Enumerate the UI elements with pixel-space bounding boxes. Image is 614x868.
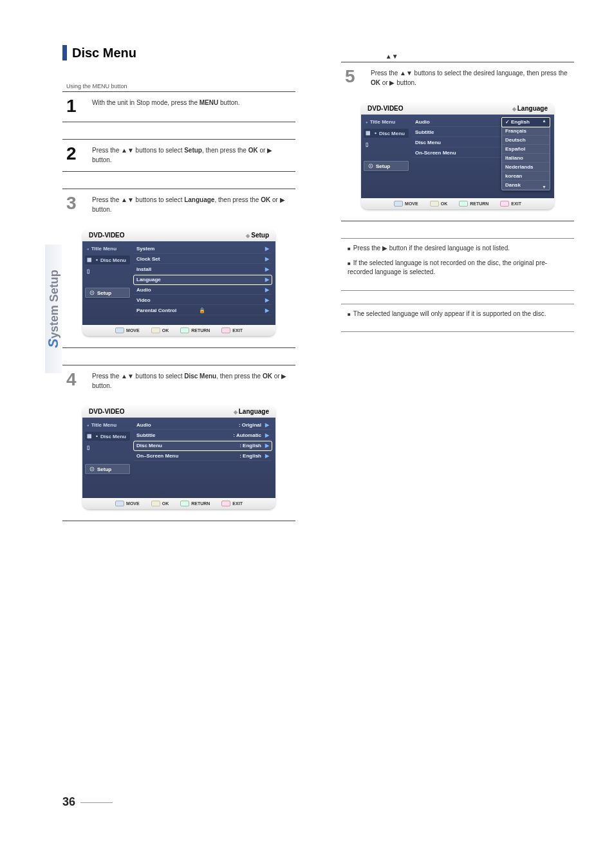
dropdown-option-korean[interactable]: korean xyxy=(502,172,550,181)
step-number: 5 xyxy=(345,68,363,86)
arrows-key-icon xyxy=(394,201,403,207)
step-1: 1 With the unit in Stop mode, press the … xyxy=(62,92,295,122)
step-number: 1 xyxy=(66,97,84,115)
chevron-right-icon: ▶ xyxy=(265,287,269,293)
dropdown-option-nederlands[interactable]: Nederlands xyxy=(502,163,550,172)
exit-key-icon xyxy=(221,328,230,333)
card-icon: ▯ xyxy=(87,268,93,275)
bullet-square-icon: ■ xyxy=(348,311,351,317)
svg-point-5 xyxy=(370,165,371,167)
osd-footer: MOVE OK RETURN EXIT xyxy=(82,325,275,336)
sidebar-item-disc-menu[interactable]: ▦∘Disc Menu xyxy=(85,255,130,264)
sidebar-item-blank[interactable]: ▯ xyxy=(85,443,130,452)
exit-key-icon xyxy=(221,501,230,506)
chevron-right-icon: ▶ xyxy=(265,453,269,459)
osd-title-right: Language xyxy=(234,408,269,415)
sidebar-item-disc-menu[interactable]: ▦∘Disc Menu xyxy=(85,432,130,441)
menu-row-clock-set[interactable]: Clock Set▶ xyxy=(134,255,272,264)
sidebar-setup-button[interactable]: Setup xyxy=(85,288,130,298)
step-text: Press the ▲▼ buttons to select Language,… xyxy=(92,196,292,214)
foot-key-ok: OK xyxy=(430,201,448,207)
sidebar-item-disc-menu[interactable]: ▦∘Disc Menu xyxy=(364,129,409,138)
osd-titlebar: DVD-VIDEO Setup xyxy=(82,228,275,241)
sidebar-setup-button[interactable]: Setup xyxy=(85,464,130,474)
foot-key-return: RETURN xyxy=(180,501,210,506)
menu-row-install[interactable]: Install▶ xyxy=(134,265,272,274)
foot-key-exit: EXIT xyxy=(221,328,243,333)
step1-hint-label: Using the MENU button xyxy=(66,83,295,89)
exit-key-icon xyxy=(500,201,509,207)
ok-key-icon xyxy=(151,501,160,506)
lock-icon: 🔒 xyxy=(199,308,205,313)
menu-row-parental[interactable]: Parental Control🔒▶ xyxy=(134,306,272,315)
chevron-right-icon: ▶ xyxy=(265,256,269,262)
sidebar-item-blank[interactable]: ▯ xyxy=(85,267,130,276)
return-key-icon xyxy=(459,201,468,207)
dropdown-option-espanol[interactable]: Español xyxy=(502,145,550,154)
osd-footer: MOVE OK RETURN EXIT xyxy=(361,198,554,209)
osd-footer: MOVE OK RETURN EXIT xyxy=(82,498,275,509)
menu-row-subtitle[interactable]: Subtitle: Automatic▶ xyxy=(134,431,272,440)
osd-sidebar: ●Title Menu ▦∘Disc Menu ▯ Setup xyxy=(361,115,411,198)
return-key-icon xyxy=(180,328,189,333)
menu-row-onscreen-menu[interactable]: On–Screen Menu: English▶ xyxy=(134,452,272,461)
chevron-right-icon: ▶ xyxy=(265,308,269,313)
menu-row-audio[interactable]: Audio▶ xyxy=(134,286,272,295)
osd-language-screenshot: DVD-VIDEO Language ●Title Menu ▦∘Disc Me… xyxy=(82,405,275,509)
foot-key-exit: EXIT xyxy=(221,501,243,506)
step-number: 3 xyxy=(66,194,84,212)
chevron-right-icon: ▶ xyxy=(265,297,269,303)
osd-body: ●Title Menu ▦∘Disc Menu ▯ Setup Audio Su… xyxy=(361,115,554,198)
divider xyxy=(341,290,574,291)
menu-row-system[interactable]: System▶ xyxy=(134,245,272,254)
foot-key-move: MOVE xyxy=(394,201,418,207)
chevron-right-icon: ▶ xyxy=(265,277,269,282)
osd-main: System▶ Clock Set▶ Install▶ Language▶ Au… xyxy=(133,241,275,325)
osd-titlebar: DVD-VIDEO Language xyxy=(361,102,554,115)
card-icon: ▯ xyxy=(87,445,93,451)
step-number: 4 xyxy=(66,371,84,389)
foot-key-return: RETURN xyxy=(180,328,210,333)
osd-setup-screenshot: DVD-VIDEO Setup ●Title Menu ▦∘Disc Menu … xyxy=(82,228,275,336)
scroll-up-icon[interactable]: ▲ xyxy=(542,118,548,123)
note-bullet-3: ■The selected language will only appear … xyxy=(341,304,574,324)
menu-row-language[interactable]: Language▶ xyxy=(134,275,272,284)
sidebar-item-title-menu[interactable]: ●Title Menu xyxy=(85,245,130,253)
foot-key-exit: EXIT xyxy=(500,201,521,207)
card-icon: ▯ xyxy=(366,142,372,148)
page-number: 36 xyxy=(62,795,113,809)
chevron-right-icon: ▶ xyxy=(265,266,269,272)
ok-key-icon xyxy=(430,201,439,207)
side-tab: System Setup xyxy=(45,245,62,373)
menu-icon: ▦ xyxy=(366,130,372,136)
bullet-square-icon: ■ xyxy=(348,246,351,252)
bullet-square-icon: ■ xyxy=(348,261,351,266)
dropdown-option-italiano[interactable]: Italiano xyxy=(502,154,550,163)
osd-title-left: DVD-VIDEO xyxy=(89,408,125,415)
gear-icon xyxy=(89,290,95,296)
dropdown-option-deutsch[interactable]: Deutsch xyxy=(502,136,550,145)
osd-title-left: DVD-VIDEO xyxy=(367,105,404,112)
sidebar-setup-button[interactable]: Setup xyxy=(364,161,409,171)
title-accent-bar xyxy=(62,45,67,60)
note-bullet-1: ■Press the ▶ button if the desired langu… xyxy=(341,239,574,259)
scroll-down-icon[interactable]: ▼ xyxy=(542,185,548,189)
language-dropdown[interactable]: ▲ English Français Deutsch Español Itali… xyxy=(501,117,550,190)
menu-icon: ▦ xyxy=(87,433,93,439)
gear-icon xyxy=(367,163,374,169)
menu-row-audio[interactable]: Audio: Original▶ xyxy=(134,421,272,430)
foot-key-ok: OK xyxy=(151,328,169,333)
dropdown-option-francais[interactable]: Français xyxy=(502,127,550,136)
menu-row-video[interactable]: Video▶ xyxy=(134,296,272,305)
osd-body: ●Title Menu ▦∘Disc Menu ▯ Setup Audio: O… xyxy=(82,418,275,498)
step-5: 5 Press the ▲▼ buttons to select the des… xyxy=(341,62,574,94)
sidebar-item-blank[interactable]: ▯ xyxy=(364,140,409,149)
osd-language-dropdown-screenshot: DVD-VIDEO Language ●Title Menu ▦∘Disc Me… xyxy=(361,102,554,209)
step5-prelude: spacer spacer▲▼ xyxy=(345,53,574,60)
sidebar-item-title-menu[interactable]: ●Title Menu xyxy=(85,421,130,429)
sidebar-item-title-menu[interactable]: ●Title Menu xyxy=(364,118,409,126)
foot-key-return: RETURN xyxy=(459,201,488,207)
menu-row-disc-menu[interactable]: Disc Menu: English▶ xyxy=(134,441,272,450)
foot-key-ok: OK xyxy=(151,501,169,506)
step-4: 4 Press the ▲▼ buttons to select Disc Me… xyxy=(62,365,295,397)
